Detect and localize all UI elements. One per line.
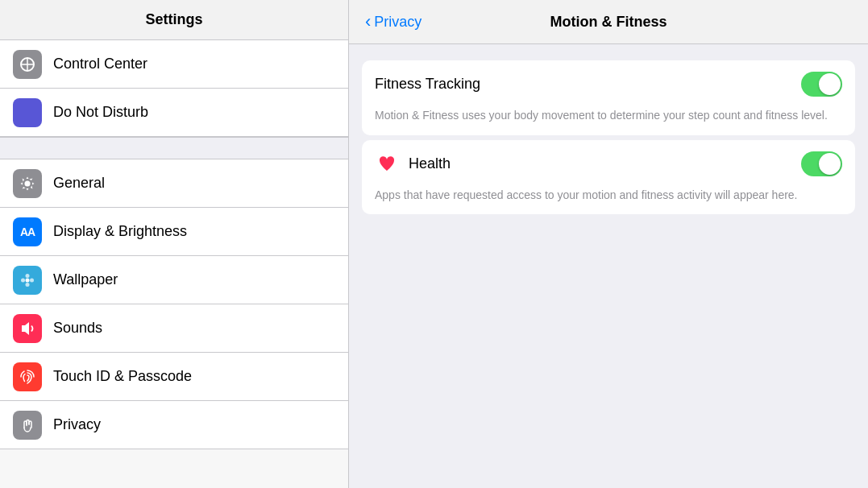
control-center-svg [19, 56, 36, 73]
sidebar-item-general[interactable]: General [0, 159, 348, 208]
main-content: Fitness Tracking Motion & Fitness uses y… [349, 44, 868, 488]
privacy-icon [13, 411, 42, 440]
display-brightness-icon: AA [13, 217, 42, 246]
sidebar-section-main: General AA Display & Brightness [0, 159, 348, 449]
heart-svg [377, 154, 397, 173]
sidebar-section-top: Control Center Do Not Disturb [0, 40, 348, 137]
health-toggle-track [801, 151, 842, 176]
hand-icon [19, 416, 36, 434]
fingerprint-icon [19, 368, 36, 386]
sidebar-divider [0, 137, 348, 159]
sidebar-item-sounds-label: Sounds [53, 320, 102, 337]
main-panel-title: Motion & Fitness [550, 14, 667, 31]
sidebar-item-wallpaper[interactable]: Wallpaper [0, 256, 348, 304]
sidebar-header: Settings [0, 0, 348, 40]
sidebar-item-display-brightness-label: Display & Brightness [53, 223, 187, 240]
sidebar-item-touch-id-label: Touch ID & Passcode [53, 368, 192, 385]
health-heart-icon [375, 151, 399, 176]
sidebar-item-privacy[interactable]: Privacy [0, 401, 348, 449]
sidebar-item-control-center-label: Control Center [53, 56, 147, 72]
fitness-tracking-toggle[interactable] [801, 72, 842, 97]
sounds-icon [13, 314, 42, 343]
sound-icon [19, 320, 36, 337]
fitness-tracking-description: Motion & Fitness uses your body movement… [362, 108, 855, 135]
sidebar-item-do-not-disturb[interactable]: Do Not Disturb [0, 89, 348, 137]
health-toggle[interactable] [801, 151, 842, 176]
health-row: Health [362, 140, 855, 188]
sidebar: Settings Control Center [0, 0, 349, 488]
display-brightness-icon-text: AA [20, 225, 35, 238]
sidebar-item-control-center[interactable]: Control Center [0, 40, 348, 89]
sidebar-item-do-not-disturb-label: Do Not Disturb [53, 104, 148, 121]
back-button-label: Privacy [374, 14, 422, 31]
fitness-tracking-label: Fitness Tracking [375, 76, 801, 93]
flower-icon [19, 271, 36, 289]
wallpaper-icon [13, 266, 42, 295]
sidebar-item-display-brightness[interactable]: AA Display & Brightness [0, 208, 348, 256]
touch-id-icon [13, 362, 42, 391]
sidebar-item-touch-id[interactable]: Touch ID & Passcode [0, 353, 348, 401]
health-toggle-thumb [819, 153, 841, 175]
main-header: ‹ Privacy Motion & Fitness [349, 0, 868, 44]
svg-point-8 [30, 278, 34, 282]
health-card: Health Apps that have requested access t… [362, 140, 855, 215]
fitness-tracking-toggle-thumb [819, 73, 841, 95]
svg-point-5 [26, 274, 30, 278]
sidebar-item-privacy-label: Privacy [53, 416, 101, 433]
sidebar-item-sounds[interactable]: Sounds [0, 304, 348, 353]
gear-icon [19, 175, 36, 192]
fitness-tracking-card: Fitness Tracking Motion & Fitness uses y… [362, 60, 855, 135]
back-chevron-icon: ‹ [365, 11, 371, 32]
svg-point-4 [26, 278, 30, 282]
do-not-disturb-icon [13, 98, 42, 127]
health-label: Health [409, 155, 801, 172]
svg-marker-9 [22, 322, 29, 335]
svg-point-3 [25, 180, 31, 186]
sidebar-item-wallpaper-label: Wallpaper [53, 271, 118, 288]
sidebar-title: Settings [145, 11, 202, 27]
moon-icon [19, 104, 36, 122]
general-icon [13, 169, 42, 198]
fitness-tracking-toggle-track [801, 72, 842, 97]
control-center-icon [13, 50, 42, 79]
svg-point-7 [21, 278, 25, 282]
main-panel: ‹ Privacy Motion & Fitness Fitness Track… [349, 0, 868, 488]
sidebar-item-general-label: General [53, 175, 105, 192]
sidebar-list: Control Center Do Not Disturb [0, 40, 348, 488]
back-button[interactable]: ‹ Privacy [365, 11, 422, 32]
svg-point-6 [26, 283, 30, 287]
fitness-tracking-row: Fitness Tracking [362, 60, 855, 108]
health-description: Apps that have requested access to your … [362, 188, 855, 215]
